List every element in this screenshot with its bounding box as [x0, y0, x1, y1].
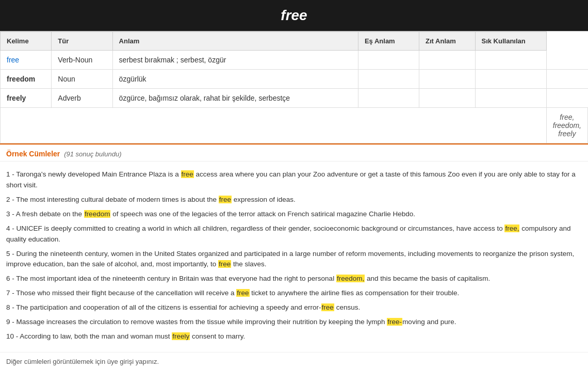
sentence-num: 9	[6, 318, 12, 326]
col-kelime: Kelime	[1, 32, 52, 51]
sentence-num: 5	[6, 250, 12, 258]
table-row: freedom Noun özgürlük	[1, 70, 588, 89]
sentence-5: 5 - During the nineteenth century, women…	[6, 249, 582, 270]
cell-es-0	[358, 51, 419, 70]
cell-kelime-freedom: freedom	[1, 70, 52, 89]
cell-zit-1	[419, 70, 475, 89]
ornek-header: Örnek Cümleler (91 sonuç bulundu)	[0, 145, 588, 162]
cell-sik-0	[475, 51, 546, 70]
ornek-count: (91 sonuç bulundu)	[64, 150, 121, 158]
ornek-title: Örnek Cümleler	[6, 150, 60, 158]
sentence-7: 7 - Those who missed their flight becaus…	[6, 288, 582, 299]
sentence-num: 7	[6, 289, 12, 297]
sentence-num: 4	[6, 224, 12, 232]
cell-tur-1: Noun	[52, 70, 112, 89]
cell-tur-2: Adverb	[52, 89, 112, 108]
cell-tur-0: Verb-Noun	[52, 51, 112, 70]
sentence-1: 1 - Taronga's newly developed Main Entra…	[6, 169, 582, 191]
highlight: free	[181, 170, 194, 178]
sentence-num: 6	[6, 275, 12, 282]
word-table: Kelime Tür Anlam Eş Anlam Zıt Anlam Sık …	[0, 31, 588, 143]
col-tur: Tür	[52, 32, 112, 51]
highlight: free,	[504, 224, 519, 232]
sentence-4: 4 - UNICEF is deeply committed to creati…	[6, 223, 582, 245]
highlight: free	[219, 196, 232, 203]
sentence-num: 1	[6, 170, 12, 178]
cell-anlam-1: özgürlük	[112, 70, 358, 89]
sentence-num: 2	[6, 196, 12, 203]
sentence-9: 9 - Massage increases the circulation to…	[6, 317, 582, 328]
sentence-10: 10 - According to law, both the man and …	[6, 331, 582, 342]
highlight: free-	[387, 318, 402, 326]
col-anlam: Anlam	[112, 32, 358, 51]
sentence-8: 8 - The participation and cooperation of…	[6, 302, 582, 313]
cell-zit-0	[419, 51, 475, 70]
table-footer-row: free, freedom, freely	[1, 108, 588, 143]
col-es-anlam: Eş Anlam	[358, 32, 419, 51]
table-footer-text: free, freedom, freely	[546, 108, 587, 143]
sentence-num: 3	[6, 210, 12, 218]
highlight: free	[218, 260, 231, 268]
cell-zit-2	[419, 89, 475, 108]
table-header-row: Kelime Tür Anlam Eş Anlam Zıt Anlam Sık …	[1, 32, 588, 51]
ornek-section: Örnek Cümleler (91 sonuç bulundu) 1 - Ta…	[0, 143, 588, 369]
table-row: free Verb-Noun serbest bırakmak ; serbes…	[1, 51, 588, 70]
cell-kelime-free[interactable]: free	[1, 51, 52, 70]
sentence-2: 2 - The most interesting cultural debate…	[6, 195, 582, 205]
sentence-6: 6 - The most important idea of the ninet…	[6, 274, 582, 284]
highlight: free	[236, 289, 249, 297]
sentence-num: 8	[6, 303, 12, 311]
col-zit-anlam: Zıt Anlam	[419, 32, 475, 51]
highlight: freedom	[84, 210, 111, 218]
cell-sik-1	[475, 70, 546, 89]
cell-kelime-freely: freely	[1, 89, 52, 108]
word-table-container: Kelime Tür Anlam Eş Anlam Zıt Anlam Sık …	[0, 31, 588, 143]
footer-note: Diğer cümleleri görüntülemek için üye gi…	[0, 352, 588, 369]
table-row: freely Adverb özgürce, bağımsız olarak, …	[1, 89, 588, 108]
highlight: freedom,	[336, 275, 365, 282]
header: free	[0, 0, 588, 31]
sentence-num: 10	[6, 332, 16, 340]
page-title: free	[0, 7, 588, 24]
cell-sik-2	[475, 89, 546, 108]
cell-anlam-0: serbest bırakmak ; serbest, özgür	[112, 51, 358, 70]
cell-es-2	[358, 89, 419, 108]
sentences-container: 1 - Taronga's newly developed Main Entra…	[0, 162, 588, 350]
cell-es-1	[358, 70, 419, 89]
highlight: freely	[172, 332, 190, 340]
col-sik-kullanilan: Sık Kullanılan	[475, 32, 546, 51]
cell-anlam-2: özgürce, bağımsız olarak, rahat bir şeki…	[112, 89, 358, 108]
highlight: free	[321, 303, 334, 311]
sentence-3: 3 - A fresh debate on the freedom of spe…	[6, 209, 582, 220]
free-link[interactable]: free	[7, 56, 19, 64]
